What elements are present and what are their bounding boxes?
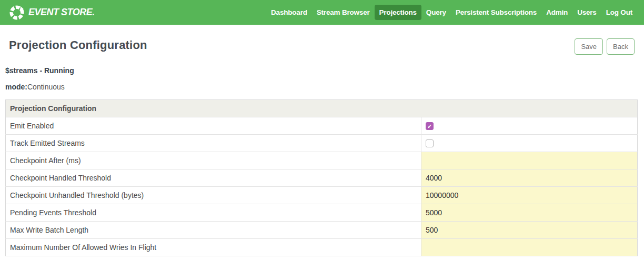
nav-item-log-out[interactable]: Log Out (601, 5, 637, 20)
page-header: Projection Configuration Save Back (0, 25, 644, 52)
table-row: Track Emitted Streams (6, 135, 638, 152)
table-header: Projection Configuration (6, 100, 638, 117)
checkpoint-handled-threshold-input[interactable] (421, 169, 637, 186)
event-store-logo[interactable]: EVENT STORE. (9, 5, 95, 21)
table-row: Max Write Batch Length (6, 222, 638, 239)
pending-events-threshold-input[interactable] (421, 204, 637, 221)
checkpoint-after-input[interactable] (421, 152, 637, 169)
nav-item-dashboard[interactable]: Dashboard (266, 5, 312, 20)
nav-item-stream-browser[interactable]: Stream Browser (312, 5, 375, 20)
mode-label: mode: (5, 83, 27, 91)
table-header-row: Projection Configuration (6, 100, 638, 117)
mode-value: Continuous (27, 83, 65, 91)
row-label-checkpoint-unhandled-threshold: Checkpoint Unhandled Threshold (bytes) (6, 187, 421, 204)
row-label-max-allowed-writes-in-flight: Maximum Number Of Allowed Wries In Fligh… (6, 239, 421, 256)
projection-status: $streams - Running (5, 66, 639, 75)
track-emitted-streams-checkbox[interactable] (426, 139, 434, 147)
max-allowed-writes-in-flight-input[interactable] (421, 239, 637, 256)
top-navbar: EVENT STORE. Dashboard Stream Browser Pr… (0, 0, 644, 25)
table-row: Pending Events Threshold (6, 204, 638, 222)
nav-item-persistent-subscriptions[interactable]: Persistent Subscriptions (451, 5, 541, 20)
nav-item-admin[interactable]: Admin (541, 5, 572, 20)
header-buttons: Save Back (575, 38, 635, 55)
row-label-emit-enabled: Emit Enabled (6, 117, 421, 135)
table-row: Emit Enabled (6, 117, 638, 135)
table-row: Maximum Number Of Allowed Wries In Fligh… (6, 239, 638, 256)
page-title: Projection Configuration (9, 38, 635, 52)
row-label-checkpoint-handled-threshold: Checkpoint Handled Threshold (6, 169, 421, 187)
back-button[interactable]: Back (607, 38, 635, 55)
max-write-batch-length-input[interactable] (421, 222, 637, 238)
row-label-pending-events-threshold: Pending Events Threshold (6, 204, 421, 222)
projection-mode: mode:Continuous (5, 83, 639, 91)
event-store-logo-icon (9, 5, 25, 21)
nav-item-users[interactable]: Users (572, 5, 601, 20)
emit-enabled-checkbox[interactable] (426, 122, 434, 130)
nav-item-projections[interactable]: Projections (375, 5, 421, 20)
nav-item-query[interactable]: Query (421, 5, 451, 20)
table-row: Checkpoint Unhandled Threshold (bytes) (6, 187, 638, 204)
table-row: Checkpoint After (ms) (6, 152, 638, 169)
brand-name: EVENT STORE. (28, 7, 95, 18)
row-label-track-emitted-streams: Track Emitted Streams (6, 135, 421, 152)
main-nav: Dashboard Stream Browser Projections Que… (266, 5, 637, 20)
row-label-max-write-batch-length: Max Write Batch Length (6, 222, 421, 239)
save-button[interactable]: Save (575, 38, 603, 55)
projection-configuration-table: Projection Configuration Emit Enabled Tr… (5, 99, 638, 256)
table-row: Checkpoint Handled Threshold (6, 169, 638, 187)
checkpoint-unhandled-threshold-input[interactable] (421, 187, 637, 204)
row-label-checkpoint-after: Checkpoint After (ms) (6, 152, 421, 169)
